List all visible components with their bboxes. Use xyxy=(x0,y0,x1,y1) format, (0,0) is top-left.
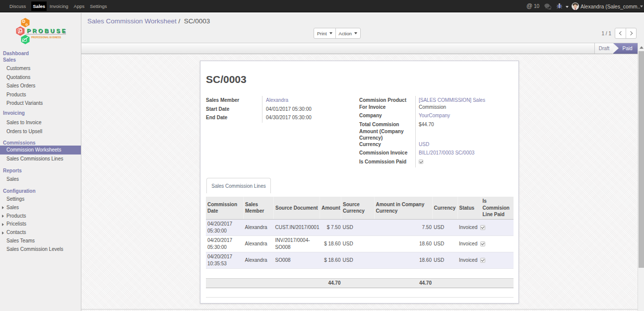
svg-text:PROFESSIONAL BUSINESS: PROFESSIONAL BUSINESS xyxy=(31,36,61,39)
svg-text:PROBUSE: PROBUSE xyxy=(27,28,65,34)
